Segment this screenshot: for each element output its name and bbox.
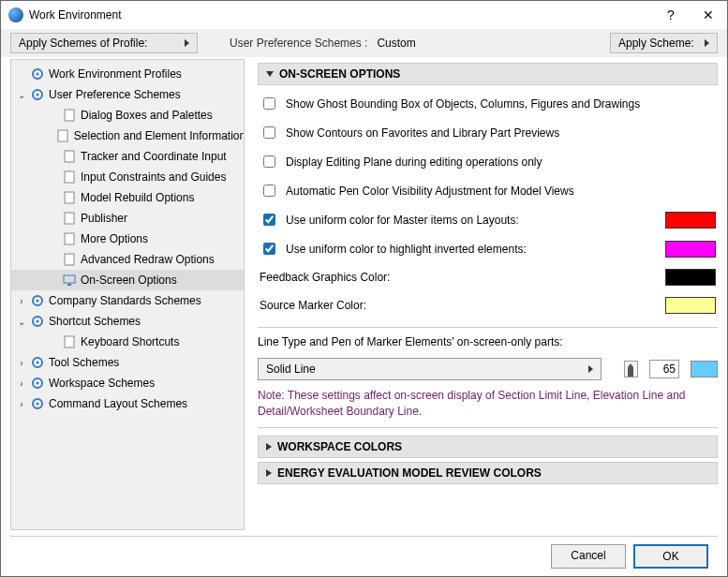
tree-item-label: Tracker and Coordinate Input <box>81 150 227 163</box>
tree-item-input-constraints-and-guides[interactable]: ·Input Constraints and Guides <box>11 167 244 187</box>
tree-item-tracker-and-coordinate-input[interactable]: ·Tracker and Coordinate Input <box>11 146 244 167</box>
pen-number-input[interactable] <box>649 360 679 378</box>
leaf-icon <box>62 211 77 226</box>
color-swatch-feedback[interactable] <box>665 269 716 286</box>
label-source-marker-color: Source Marker Color: <box>260 299 366 312</box>
label-feedback-color: Feedback Graphics Color: <box>260 271 390 284</box>
tree-item-workspace-schemes[interactable]: ›Workspace Schemes <box>11 373 244 393</box>
gear-icon <box>30 293 45 308</box>
checkbox-auto-pen-color[interactable] <box>263 185 275 197</box>
tree-item-label: Company Standards Schemes <box>49 294 201 307</box>
svg-rect-9 <box>65 213 74 224</box>
tree-item-label: Workspace Schemes <box>49 377 155 390</box>
chevron-right-icon[interactable]: › <box>17 399 26 409</box>
tree-item-label: Keyboard Shortcuts <box>81 335 179 348</box>
help-button[interactable]: ? <box>652 1 690 29</box>
leaf-icon <box>62 108 77 123</box>
tree-item-label: More Options <box>81 232 148 245</box>
chevron-right-icon[interactable]: › <box>17 378 26 389</box>
label-editing-plane[interactable]: Display Editing Plane during editing ope… <box>286 155 542 169</box>
label-uniform-inverted[interactable]: Use uniform color to highlight inverted … <box>286 243 527 256</box>
tree-item-selection-and-element-information[interactable]: ·Selection and Element Information <box>11 126 244 146</box>
tree-item-work-environment-profiles[interactable]: ·Work Environment Profiles <box>11 64 244 84</box>
tree-item-model-rebuild-options[interactable]: ·Model Rebuild Options <box>11 187 244 208</box>
tree-item-label: Command Layout Schemes <box>49 397 187 410</box>
tree-item-label: Input Constraints and Guides <box>81 170 226 184</box>
tree-item-command-layout-schemes[interactable]: ›Command Layout Schemes <box>11 393 244 414</box>
footer: Cancel OK <box>10 536 718 576</box>
linetype-dropdown[interactable]: Solid Line <box>258 358 602 380</box>
pen-icon[interactable] <box>624 361 638 377</box>
gear-icon <box>30 67 45 81</box>
gear-icon <box>30 355 45 370</box>
chevron-right-icon <box>266 443 272 451</box>
label-auto-pen-color[interactable]: Automatic Pen Color Visibility Adjustmen… <box>286 185 574 198</box>
leaf-icon <box>62 334 77 349</box>
sidebar-tree[interactable]: ·Work Environment Profiles⌄User Preferen… <box>10 59 245 530</box>
svg-rect-4 <box>65 110 74 121</box>
chevron-down-icon[interactable]: ⌄ <box>17 90 26 100</box>
tree-item-label: On-Screen Options <box>81 274 177 287</box>
chevron-right-icon <box>588 365 593 373</box>
tree-item-shortcut-schemes[interactable]: ⌄Shortcut Schemes <box>11 311 244 332</box>
tree-item-label: Shortcut Schemes <box>49 315 141 328</box>
svg-rect-12 <box>64 275 75 283</box>
tree-item-label: Advanced Redraw Options <box>81 253 215 266</box>
section-workspace-colors[interactable]: WORKSPACE COLORS <box>258 436 718 458</box>
chevron-down-icon <box>266 71 274 77</box>
apply-scheme-label: Apply Scheme: <box>618 37 694 50</box>
screen-icon <box>62 273 77 288</box>
apply-schemes-profile-button[interactable]: Apply Schemes of Profile: <box>10 33 198 53</box>
close-button[interactable]: ✕ <box>690 1 727 29</box>
svg-rect-8 <box>65 192 74 203</box>
svg-point-3 <box>37 94 39 96</box>
tree-item-label: Publisher <box>81 212 127 225</box>
checkbox-show-contours[interactable] <box>263 126 275 139</box>
svg-point-20 <box>37 362 39 364</box>
svg-point-1 <box>37 73 39 76</box>
tree-item-on-screen-options[interactable]: ·On-Screen Options <box>11 270 244 290</box>
apply-scheme-button[interactable]: Apply Scheme: <box>610 33 718 53</box>
pen-color-swatch[interactable] <box>691 361 718 377</box>
tree-item-dialog-boxes-and-palettes[interactable]: ·Dialog Boxes and Palettes <box>11 105 244 126</box>
svg-rect-13 <box>67 284 71 286</box>
checkbox-uniform-inverted[interactable] <box>263 243 275 255</box>
section-title: WORKSPACE COLORS <box>277 440 402 453</box>
color-swatch-source-marker[interactable] <box>665 297 716 314</box>
tree-item-publisher[interactable]: ·Publisher <box>11 208 244 229</box>
tree-item-more-options[interactable]: ·More Options <box>11 229 244 249</box>
tree-item-user-preference-schemes[interactable]: ⌄User Preference Schemes <box>11 84 244 105</box>
label-line-pen-heading: Line Type and Pen of Marker Elements' on… <box>258 335 718 348</box>
tree-item-label: Model Rebuild Options <box>81 191 194 204</box>
leaf-icon <box>62 149 77 164</box>
chevron-down-icon[interactable]: ⌄ <box>17 317 26 327</box>
section-title: ENERGY EVALUATION MODEL REVIEW COLORS <box>277 466 542 480</box>
section-energy-colors[interactable]: ENERGY EVALUATION MODEL REVIEW COLORS <box>258 462 718 484</box>
svg-rect-18 <box>65 336 74 348</box>
chevron-right-icon[interactable]: › <box>17 296 26 306</box>
tree-item-tool-schemes[interactable]: ›Tool Schemes <box>11 352 244 373</box>
chevron-right-icon <box>266 469 272 477</box>
checkbox-editing-plane[interactable] <box>263 155 275 168</box>
tree-item-label: Tool Schemes <box>49 356 119 369</box>
tree-item-company-standards-schemes[interactable]: ›Company Standards Schemes <box>11 290 244 311</box>
section-on-screen-options[interactable]: ON-SCREEN OPTIONS <box>258 63 718 85</box>
window-title: Work Environment <box>29 8 652 22</box>
label-ghost-bounding[interactable]: Show Ghost Bounding Box of Objects, Colu… <box>286 97 640 111</box>
leaf-icon <box>62 190 77 205</box>
label-show-contours[interactable]: Show Contours on Favorites and Library P… <box>286 126 559 140</box>
color-swatch-inverted[interactable] <box>665 241 716 258</box>
checkbox-uniform-master[interactable] <box>263 214 275 226</box>
svg-point-24 <box>37 403 39 406</box>
tree-item-label: User Preference Schemes <box>49 88 181 101</box>
svg-rect-5 <box>58 130 67 141</box>
color-swatch-master[interactable] <box>665 212 716 229</box>
label-uniform-master[interactable]: Use uniform color for Master items on La… <box>286 214 519 227</box>
ok-button[interactable]: OK <box>633 544 708 569</box>
svg-rect-11 <box>65 254 74 265</box>
tree-item-keyboard-shortcuts[interactable]: ·Keyboard Shortcuts <box>11 332 244 352</box>
tree-item-advanced-redraw-options[interactable]: ·Advanced Redraw Options <box>11 249 244 270</box>
cancel-button[interactable]: Cancel <box>551 544 626 569</box>
checkbox-ghost-bounding[interactable] <box>263 97 275 110</box>
chevron-right-icon[interactable]: › <box>17 358 26 368</box>
